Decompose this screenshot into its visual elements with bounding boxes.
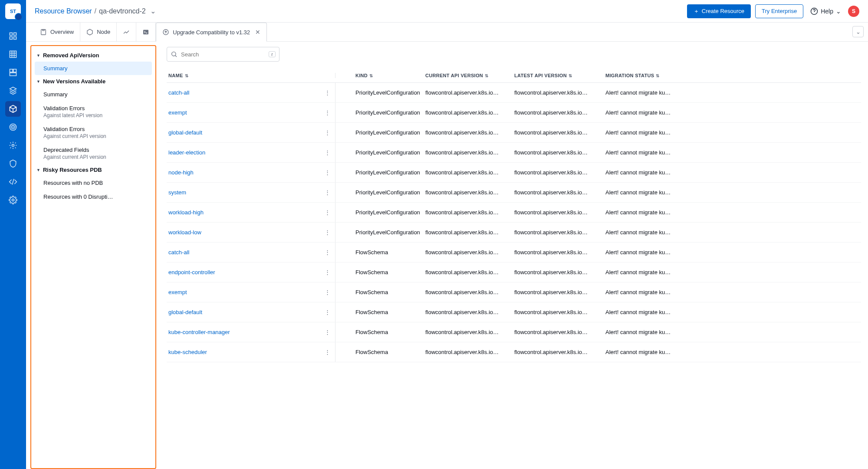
cell-name[interactable]: kube-scheduler [167, 349, 319, 355]
svg-rect-5 [10, 69, 13, 72]
tab-node[interactable]: Node [80, 23, 117, 41]
search-input-wrapper[interactable]: r [167, 47, 279, 62]
row-menu-icon[interactable]: ⋮ [319, 149, 336, 156]
sidebar-item-no-pdb[interactable]: Resources with no PDB [35, 176, 152, 190]
table-row[interactable]: kube-controller-manager⋮FlowSchemaflowco… [167, 322, 861, 342]
col-kind[interactable]: KIND⇅ [336, 73, 425, 78]
chevron-down-icon[interactable]: ⌄ [150, 7, 156, 15]
create-resource-button[interactable]: ＋ Create Resource [687, 4, 751, 18]
nav-stack-icon[interactable] [5, 83, 21, 98]
tab-overflow-button[interactable]: ⌄ [852, 26, 864, 37]
cell-name[interactable]: system [167, 189, 319, 196]
sidebar-item-zero-disruptions[interactable]: Resources with 0 Disrupti… [35, 190, 152, 203]
table-row[interactable]: catch-all⋮PriorityLevelConfigurationflow… [167, 83, 861, 103]
nav-code-icon[interactable] [5, 174, 21, 190]
cell-name[interactable]: leader-election [167, 149, 319, 156]
nav-grid-icon[interactable] [5, 46, 21, 62]
nav-cube-icon[interactable] [5, 101, 21, 117]
row-menu-icon[interactable]: ⋮ [319, 169, 336, 176]
row-menu-icon[interactable]: ⋮ [319, 329, 336, 335]
help-menu[interactable]: Help ⌄ [810, 7, 841, 15]
sidebar-item-deprecated[interactable]: Deprecated FieldsAgainst current API ver… [35, 143, 152, 164]
tab-overview[interactable]: Overview [34, 23, 80, 41]
svg-rect-2 [10, 37, 13, 39]
cell-name[interactable]: kube-controller-manager [167, 329, 319, 335]
cell-name[interactable]: workload-high [167, 209, 319, 216]
row-menu-icon[interactable]: ⋮ [319, 209, 336, 216]
row-menu-icon[interactable]: ⋮ [319, 269, 336, 275]
cell-current-api: flowcontrol.apiserver.k8s.io… [425, 289, 514, 295]
sidebar-item-summary-new[interactable]: Summary [35, 88, 152, 101]
cell-name[interactable]: workload-low [167, 229, 319, 236]
svg-rect-4 [10, 51, 16, 58]
cell-name[interactable]: global-default [167, 309, 319, 315]
cell-current-api: flowcontrol.apiserver.k8s.io… [425, 89, 514, 96]
tab-chart[interactable] [117, 23, 136, 41]
group-new-versions[interactable]: ▼New Versions Available [33, 75, 154, 87]
table-row[interactable]: exempt⋮PriorityLevelConfigurationflowcon… [167, 103, 861, 123]
chevron-down-icon: ⌄ [836, 8, 841, 15]
cell-name[interactable]: catch-all [167, 89, 319, 96]
nav-shield-icon[interactable] [5, 156, 21, 171]
row-menu-icon[interactable]: ⋮ [319, 109, 336, 116]
table-row[interactable]: kube-scheduler⋮FlowSchemaflowcontrol.api… [167, 342, 861, 362]
nav-dashboard-icon[interactable] [5, 28, 21, 44]
row-menu-icon[interactable]: ⋮ [319, 129, 336, 136]
table-row[interactable]: node-high⋮PriorityLevelConfigurationflow… [167, 163, 861, 183]
cell-name[interactable]: catch-all [167, 249, 319, 256]
table-row[interactable]: global-default⋮FlowSchemaflowcontrol.api… [167, 302, 861, 322]
col-latest-api[interactable]: LATEST API VERSION⇅ [514, 73, 605, 78]
sidebar-item-validation-current[interactable]: Validation ErrorsAgainst current API ver… [35, 122, 152, 143]
row-menu-icon[interactable]: ⋮ [319, 229, 336, 236]
table-body: catch-all⋮PriorityLevelConfigurationflow… [167, 83, 861, 469]
search-input[interactable] [181, 51, 265, 58]
try-enterprise-button[interactable]: Try Enterprise [755, 4, 803, 18]
table-row[interactable]: global-default⋮PriorityLevelConfiguratio… [167, 123, 861, 143]
tab-terminal[interactable] [136, 23, 156, 41]
cell-name[interactable]: endpoint-controller [167, 269, 319, 275]
cell-name[interactable]: exempt [167, 289, 319, 295]
table-row[interactable]: system⋮PriorityLevelConfigurationflowcon… [167, 183, 861, 203]
row-menu-icon[interactable]: ⋮ [319, 249, 336, 256]
group-risky-pdb[interactable]: ▼Risky Resources PDB [33, 164, 154, 176]
cell-name[interactable]: exempt [167, 109, 319, 116]
row-menu-icon[interactable]: ⋮ [319, 189, 336, 196]
help-icon [810, 7, 818, 15]
user-avatar[interactable]: S [848, 6, 859, 17]
row-menu-icon[interactable]: ⋮ [319, 89, 336, 96]
row-menu-icon[interactable]: ⋮ [319, 309, 336, 315]
app-logo[interactable]: ST [5, 3, 21, 19]
table-row[interactable]: workload-high⋮PriorityLevelConfiguration… [167, 203, 861, 223]
sidebar-item-summary-removed[interactable]: Summary [35, 62, 152, 75]
cell-name[interactable]: node-high [167, 169, 319, 176]
svg-rect-15 [143, 30, 148, 34]
cell-name[interactable]: global-default [167, 129, 319, 136]
svg-rect-1 [14, 33, 16, 36]
table-row[interactable]: exempt⋮FlowSchemaflowcontrol.apiserver.k… [167, 282, 861, 302]
table-row[interactable]: workload-low⋮PriorityLevelConfigurationf… [167, 223, 861, 243]
nav-settings-icon[interactable] [5, 192, 21, 208]
col-current-api[interactable]: CURRENT API VERSION⇅ [425, 73, 514, 78]
cell-latest-api: flowcontrol.apiserver.k8s.io… [514, 329, 605, 335]
svg-rect-3 [14, 37, 16, 39]
row-menu-icon[interactable]: ⋮ [319, 289, 336, 295]
breadcrumb-leaf[interactable]: qa-devtroncd-2 [99, 7, 146, 15]
col-name[interactable]: NAME⇅ [167, 73, 319, 78]
nav-target-icon[interactable] [5, 119, 21, 135]
group-removed-apiversion[interactable]: ▼Removed ApiVersion [33, 49, 154, 61]
table-row[interactable]: catch-all⋮FlowSchemaflowcontrol.apiserve… [167, 243, 861, 262]
cell-latest-api: flowcontrol.apiserver.k8s.io… [514, 249, 605, 256]
breadcrumb-root[interactable]: Resource Browser [35, 7, 92, 15]
nav-window-icon[interactable] [5, 65, 21, 80]
chart-icon [123, 29, 130, 36]
close-icon[interactable]: ✕ [255, 29, 260, 36]
sidebar-item-validation-latest[interactable]: Validation ErrorsAgainst latest API vers… [35, 102, 152, 122]
tab-upgrade[interactable]: Upgrade Compatibility to v1.32 ✕ [156, 23, 267, 42]
table-row[interactable]: leader-election⋮PriorityLevelConfigurati… [167, 143, 861, 163]
tab-upgrade-label: Upgrade Compatibility to v1.32 [173, 29, 250, 36]
row-menu-icon[interactable]: ⋮ [319, 349, 336, 355]
table-row[interactable]: endpoint-controller⋮FlowSchemaflowcontro… [167, 262, 861, 282]
col-migration[interactable]: MIGRATION STATUS⇅ [605, 73, 861, 78]
sort-icon: ⇅ [369, 73, 373, 78]
nav-gear-icon[interactable] [5, 138, 21, 153]
